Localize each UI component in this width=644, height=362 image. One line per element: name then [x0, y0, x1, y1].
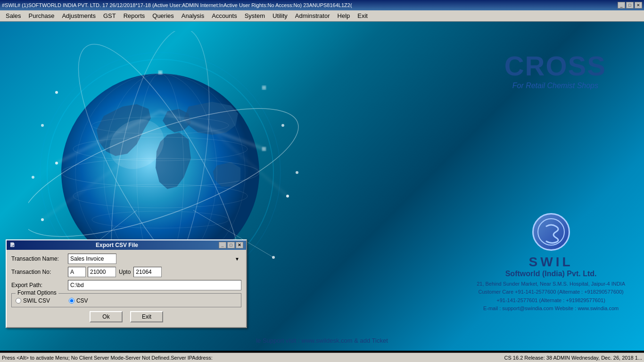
- svg-point-31: [296, 171, 298, 174]
- title-bar-text: #SWIL# (1)SOFTWORLD INDIA PVT. LTD. 17 2…: [2, 2, 618, 8]
- svg-point-32: [32, 176, 34, 179]
- swil-csv-label: SWIL CSV: [23, 297, 50, 304]
- transaction-no-prefix-input[interactable]: [68, 267, 86, 277]
- transaction-name-select-wrapper: Sales Invoice Purchase Invoice: [68, 254, 241, 264]
- transaction-no-row: Transaction No: Upto: [11, 267, 241, 277]
- title-bar-buttons: _ □ ✕: [618, 2, 642, 8]
- dialog-body: Transaction Name: Sales Invoice Purchase…: [7, 250, 246, 327]
- cross-subtitle: For Retail Chemist Shops: [504, 82, 606, 90]
- transaction-no-label: Transaction No:: [11, 269, 68, 275]
- csv-radio[interactable]: [69, 298, 74, 304]
- swil-address-line3: +91-141-2577601 (Alternate : +9198295776…: [477, 296, 625, 305]
- csv-option[interactable]: CSV: [69, 297, 88, 304]
- csv-label: CSV: [76, 297, 88, 304]
- menu-item-gst[interactable]: GST: [99, 11, 120, 20]
- dialog-close-button[interactable]: ✕: [236, 242, 243, 248]
- dialog-maximize-button[interactable]: □: [227, 242, 235, 248]
- swil-address-line4: E-mail : support@swindia.com Website : w…: [477, 304, 625, 313]
- close-button[interactable]: ✕: [635, 2, 642, 8]
- status-bar-left: Press <Alt> to activate Menu; No Client …: [2, 355, 213, 361]
- menu-item-adminstrator[interactable]: Adminstrator: [291, 11, 334, 20]
- svg-point-22: [286, 195, 289, 197]
- format-legend: Format Options: [16, 289, 58, 296]
- menu-item-analysis[interactable]: Analysis: [178, 11, 208, 20]
- swil-address-line1: 21, Behind Sunder Market, Near S.M.S. Ho…: [477, 280, 625, 288]
- cross-title: CROSS: [504, 50, 606, 82]
- transaction-name-select[interactable]: Sales Invoice Purchase Invoice: [68, 254, 116, 264]
- svg-point-26: [158, 71, 162, 74]
- swil-address: 21, Behind Sunder Market, Near S.M.S. Ho…: [477, 280, 625, 313]
- format-options-group: Format Options SWIL CSV CSV: [11, 293, 241, 307]
- menu-item-sales[interactable]: Sales: [2, 11, 25, 20]
- dialog-titlebar: 🖹 Export CSV File _ □ ✕: [7, 240, 246, 250]
- svg-point-27: [55, 91, 58, 94]
- svg-point-34: [538, 219, 564, 245]
- swil-logo: [532, 213, 570, 251]
- transaction-name-row: Transaction Name: Sales Invoice Purchase…: [11, 254, 241, 264]
- svg-point-28: [262, 86, 266, 90]
- swil-csv-radio[interactable]: [16, 298, 21, 304]
- svg-point-29: [281, 124, 284, 127]
- svg-point-23: [41, 218, 44, 221]
- dialog-minimize-button[interactable]: _: [219, 242, 226, 248]
- title-bar: #SWIL# (1)SOFTWORLD INDIA PVT. LTD. 17 2…: [0, 0, 644, 10]
- menu-item-purchase[interactable]: Purchase: [25, 11, 58, 20]
- logo-area: CROSS For Retail Chemist Shops: [504, 50, 606, 90]
- svg-point-21: [55, 162, 58, 165]
- status-bar: Press <Alt> to activate Menu; No Client …: [0, 353, 644, 362]
- dialog-buttons: Ok Exit: [11, 311, 241, 322]
- dialog-title-text: Export CSV File: [96, 242, 138, 248]
- swil-area: SWIL Softworld (India) Pvt. Ltd. 21, Beh…: [477, 213, 625, 313]
- menu-item-queries[interactable]: Queries: [149, 11, 178, 20]
- format-radio-row: SWIL CSV CSV: [16, 297, 237, 304]
- swil-name: SWIL: [477, 255, 625, 270]
- ok-button[interactable]: Ok: [90, 311, 123, 322]
- menu-item-help[interactable]: Help: [334, 11, 354, 20]
- swil-address-line2: Customer Care +91-141-2577600 (Alternate…: [477, 288, 625, 296]
- menu-item-reports[interactable]: Reports: [120, 11, 149, 20]
- svg-point-24: [272, 256, 275, 259]
- menu-item-system[interactable]: System: [241, 11, 269, 20]
- svg-point-30: [41, 124, 44, 127]
- transaction-no-to-input[interactable]: [133, 267, 162, 277]
- transaction-no-from-input[interactable]: [88, 267, 116, 277]
- upto-label: Upto: [119, 269, 131, 275]
- swil-csv-option[interactable]: SWIL CSV: [16, 297, 50, 304]
- menu-bar: SalesPurchaseAdjustmentsGSTReportsQuerie…: [0, 10, 644, 22]
- dialog-titlebar-buttons: _ □ ✕: [219, 242, 243, 248]
- menu-item-utility[interactable]: Utility: [269, 11, 291, 20]
- support-text: le Support visit : www.swildesk.com & ad…: [256, 337, 388, 344]
- dialog-title-icon: 🖹: [9, 242, 15, 248]
- export-path-input[interactable]: [68, 280, 241, 290]
- transaction-name-label: Transaction Name:: [11, 255, 68, 262]
- menu-item-adjustments[interactable]: Adjustments: [58, 11, 99, 20]
- export-csv-dialog: 🖹 Export CSV File _ □ ✕ Transaction Name…: [6, 239, 247, 328]
- exit-button[interactable]: Exit: [130, 311, 163, 322]
- support-text-content: le Support visit : www.swildesk.com & ad…: [256, 337, 388, 344]
- swil-company: Softworld (India) Pvt. Ltd.: [477, 270, 625, 278]
- export-path-row: Export Path:: [11, 280, 241, 290]
- maximize-button[interactable]: □: [626, 2, 634, 8]
- minimize-button[interactable]: _: [618, 2, 625, 8]
- menu-item-exit[interactable]: Exit: [354, 11, 372, 20]
- svg-point-20: [262, 147, 266, 151]
- status-bar-right: CS 16.2 Release: 38 ADMIN Wednesday, Dec…: [504, 355, 642, 361]
- export-path-label: Export Path:: [11, 282, 68, 288]
- menu-item-accounts[interactable]: Accounts: [208, 11, 240, 20]
